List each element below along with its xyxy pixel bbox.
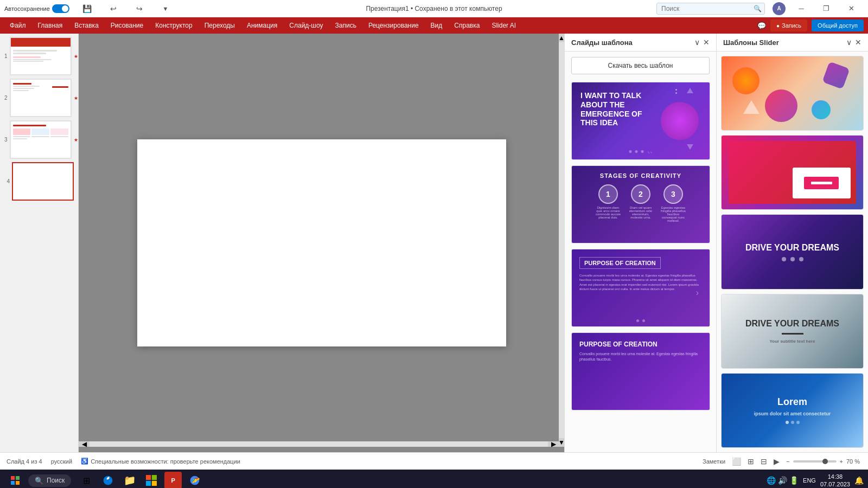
- view-slide-icon[interactable]: ▶: [774, 457, 780, 466]
- template-slide-list: I WANT TO TALK ABOUT THE EMERGENCE OF TH…: [565, 80, 716, 452]
- search-wrapper: 🔍: [656, 3, 765, 15]
- template-slide-4[interactable]: PURPOSE OF CREATION Convallis posuere mo…: [571, 332, 710, 410]
- template-slide-1[interactable]: I WANT TO TALK ABOUT THE EMERGENCE OF TH…: [571, 82, 710, 160]
- tpl-circle-1: 1 Dignissim diam quis arcu ornare commod…: [595, 184, 622, 222]
- scroll-down-btn[interactable]: ▼: [559, 438, 564, 447]
- zoom-in-button[interactable]: +: [840, 458, 843, 465]
- menu-insert[interactable]: Вставка: [69, 20, 104, 31]
- circle-text-1: Dignissim diam quis arcu ornare commodo …: [595, 206, 622, 219]
- restore-button[interactable]: ❐: [814, 0, 839, 17]
- template-slide-3[interactable]: PURPOSE OF CREATION Convallis posuere mo…: [571, 249, 710, 327]
- taskbar-edge-icon[interactable]: [99, 472, 117, 488]
- view-grid-icon[interactable]: ⊞: [748, 457, 754, 466]
- menu-review[interactable]: Рецензирование: [363, 20, 424, 31]
- st2-red-inner: [804, 177, 839, 189]
- st1-small-circle: [812, 100, 831, 119]
- slide-thumb-1[interactable]: [10, 37, 72, 75]
- toggle-knob: [62, 5, 68, 12]
- st2-line: [811, 182, 832, 184]
- slider-template-1[interactable]: [721, 56, 864, 131]
- tpl-slide-4-title: PURPOSE OF CREATION: [579, 341, 702, 348]
- slider-panel-close[interactable]: ✕: [855, 38, 861, 47]
- slide-row-3: 3: [4, 120, 74, 159]
- scroll-right-btn[interactable]: ▶: [548, 441, 559, 447]
- volume-icon[interactable]: 🔊: [778, 476, 787, 485]
- menu-view[interactable]: Вид: [425, 20, 448, 31]
- menu-file[interactable]: Файл: [4, 20, 31, 31]
- slider-template-2[interactable]: [721, 135, 864, 210]
- undo-button[interactable]: ↩: [101, 0, 126, 17]
- tpl-s3-bottom: [636, 319, 645, 322]
- taskbar-explorer-icon[interactable]: 📁: [121, 472, 138, 488]
- slide-thumb-4[interactable]: [12, 162, 74, 201]
- scroll-left-btn[interactable]: ◀: [79, 441, 90, 447]
- menu-transitions[interactable]: Переходы: [199, 20, 240, 31]
- redo-button[interactable]: ↪: [127, 0, 152, 17]
- user-avatar[interactable]: А: [773, 2, 786, 15]
- slider-panel-header: Шаблоны Slider ∨ ✕: [717, 34, 868, 52]
- view-reading-icon[interactable]: ⊟: [761, 457, 767, 466]
- slider-template-5[interactable]: Lorem ipsum dolor sit amet consectetur: [721, 373, 864, 448]
- taskbar-store-icon[interactable]: [143, 472, 160, 488]
- tpl-circle-2: 2 Diam vel quam elementum odio elementum…: [627, 184, 654, 222]
- autosave-toggle[interactable]: [52, 4, 69, 13]
- circle-text-2: Diam vel quam elementum odio elementum, …: [627, 206, 654, 219]
- zoom-slider[interactable]: [793, 460, 837, 463]
- search-input[interactable]: [656, 3, 765, 15]
- taskbar-powerpoint-icon[interactable]: P: [164, 472, 182, 488]
- menu-help[interactable]: Справка: [449, 20, 485, 31]
- slider-panel-expand[interactable]: ∨: [846, 38, 852, 47]
- st2-inner: [729, 141, 856, 204]
- close-button[interactable]: ✕: [839, 0, 864, 17]
- minimize-button[interactable]: ─: [789, 0, 814, 17]
- panel-close-icon[interactable]: ✕: [703, 38, 710, 47]
- svg-rect-3: [152, 481, 157, 486]
- win-logo-cell-2: [16, 476, 20, 480]
- taskbar-search[interactable]: 🔍 Поиск: [28, 474, 71, 487]
- menu-home[interactable]: Главная: [33, 20, 68, 31]
- slide-star-1: ★: [74, 54, 78, 59]
- slide-thumb-3[interactable]: [10, 120, 72, 159]
- start-button[interactable]: [4, 471, 26, 488]
- slide-thumb-2[interactable]: [10, 79, 72, 117]
- zoom-out-button[interactable]: −: [786, 458, 789, 465]
- record-label: Запись: [782, 22, 801, 29]
- slider-template-3[interactable]: DRIVE YOUR DREAMS: [721, 214, 864, 289]
- main-layout: 1 ★ 2: [0, 34, 868, 452]
- download-template-button[interactable]: Скачать весь шаблон: [571, 57, 710, 74]
- panel-expand-icon[interactable]: ∨: [694, 38, 700, 47]
- taskbar-view-icon[interactable]: ⊞: [78, 472, 95, 488]
- template-slide-2[interactable]: STAGES OF CREATIVITY 1 Dignissim diam qu…: [571, 165, 710, 243]
- menu-sliderai[interactable]: Slider AI: [486, 20, 521, 31]
- notification-icon[interactable]: 🔔: [854, 476, 864, 485]
- more-button[interactable]: ▼: [153, 0, 178, 17]
- slide-canvas: [137, 139, 506, 346]
- slide-star-3: ★: [74, 137, 78, 143]
- menu-animation[interactable]: Анимация: [241, 20, 283, 31]
- battery-icon[interactable]: 🔋: [789, 476, 799, 485]
- notes-label[interactable]: Заметки: [703, 458, 725, 465]
- slider-template-4[interactable]: DRIVE YOUR DREAMS Your subtitle text her…: [721, 294, 864, 369]
- slider-panel-title: Шаблоны Slider: [723, 38, 779, 47]
- slide-row-2: 2 ★: [4, 79, 74, 117]
- zoom-control: − + 70 %: [786, 458, 861, 465]
- menu-design[interactable]: Конструктор: [150, 20, 197, 31]
- template-panel-header: Слайды шаблона ∨ ✕: [565, 34, 716, 52]
- network-icon[interactable]: 🌐: [767, 476, 776, 485]
- view-normal-icon[interactable]: ⬜: [732, 457, 741, 466]
- taskbar-chrome-icon[interactable]: [186, 472, 203, 488]
- taskbar-clock[interactable]: 14:38 07.07.2023: [820, 473, 850, 488]
- menu-record[interactable]: Запись: [330, 20, 362, 31]
- menu-slideshow[interactable]: Слайд-шоу: [284, 20, 328, 31]
- record-button[interactable]: ● Запись: [770, 20, 807, 31]
- st5-dots: [786, 421, 800, 424]
- zoom-percent: 70 %: [846, 458, 861, 465]
- accessibility-icon: ♿: [81, 458, 88, 465]
- share-button[interactable]: Общий доступ: [812, 20, 864, 31]
- comment-icon[interactable]: 💬: [757, 22, 766, 30]
- scroll-up-btn[interactable]: ▲: [559, 34, 564, 42]
- st1-triangle: [743, 100, 760, 114]
- slide-row-1: 1 ★: [4, 37, 74, 75]
- save-button[interactable]: 💾: [75, 0, 100, 17]
- menu-draw[interactable]: Рисование: [105, 20, 149, 31]
